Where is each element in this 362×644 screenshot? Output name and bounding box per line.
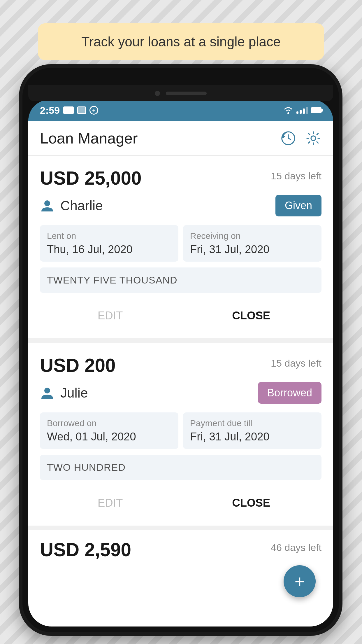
svg-point-4 bbox=[311, 136, 316, 141]
tooltip-banner: Track your loans at a single place bbox=[38, 23, 324, 60]
given-badge[interactable]: Given bbox=[275, 195, 321, 216]
battery-icon bbox=[311, 107, 321, 113]
close-button[interactable]: CLOSE bbox=[181, 486, 322, 520]
date-box-payment: Payment due till Fri, 31 Jul, 2020 bbox=[183, 412, 321, 449]
days-left: 15 days left bbox=[271, 170, 321, 182]
date-label: Borrowed on bbox=[47, 418, 171, 428]
person-info: Julie bbox=[40, 385, 88, 401]
svg-point-2 bbox=[287, 112, 289, 114]
loans-container: USD 25,000 15 days left Charlie bbox=[28, 156, 333, 626]
loan-description: TWENTY FIVE THOUSAND bbox=[40, 267, 321, 293]
date-box-borrowed: Borrowed on Wed, 01 Jul, 2020 bbox=[40, 412, 178, 449]
loan-description: TWO HUNDRED bbox=[40, 455, 321, 480]
svg-point-5 bbox=[44, 200, 50, 206]
person-name: Julie bbox=[60, 385, 88, 401]
signal-icon bbox=[296, 107, 308, 114]
date-value: Wed, 01 Jul, 2020 bbox=[47, 430, 171, 443]
status-left: 2:59 bbox=[40, 105, 98, 116]
close-button[interactable]: CLOSE bbox=[181, 299, 322, 332]
app-title: Loan Manager bbox=[40, 130, 280, 147]
header-icons bbox=[280, 130, 321, 146]
days-left: 15 days left bbox=[271, 358, 321, 369]
date-value: Fri, 31 Jul, 2020 bbox=[190, 243, 314, 256]
date-value: Fri, 31 Jul, 2020 bbox=[190, 430, 314, 443]
loan-person-row: Charlie Given bbox=[40, 195, 321, 216]
partial-card: USD 2,590 46 days left bbox=[28, 530, 333, 561]
loan-top-row: USD 200 15 days left bbox=[40, 355, 321, 376]
fab-label: + bbox=[294, 571, 305, 592]
speaker-bar bbox=[166, 92, 207, 95]
status-right bbox=[283, 106, 321, 114]
person-avatar bbox=[40, 386, 55, 400]
loan-actions: EDIT CLOSE bbox=[40, 486, 321, 520]
sim-icon bbox=[77, 106, 86, 114]
partial-loan-amount: USD 2,590 bbox=[40, 539, 131, 561]
loan-actions: EDIT CLOSE bbox=[40, 299, 321, 332]
fab-add-button[interactable]: + bbox=[284, 565, 316, 597]
loan-top-row: USD 25,000 15 days left bbox=[40, 167, 321, 189]
date-label: Receiving on bbox=[190, 231, 314, 241]
phone-frame: 2:59 bbox=[19, 64, 342, 636]
svg-point-6 bbox=[44, 388, 50, 393]
loan-person-row: Julie Borrowed bbox=[40, 382, 321, 404]
partial-loan-top: USD 2,590 46 days left bbox=[40, 539, 321, 561]
edit-button[interactable]: EDIT bbox=[40, 299, 181, 332]
camera-dot bbox=[155, 91, 160, 96]
phone-inner: 2:59 bbox=[22, 68, 339, 632]
person-name: Charlie bbox=[60, 198, 103, 214]
date-label: Lent on bbox=[47, 231, 171, 241]
history-icon[interactable] bbox=[280, 130, 296, 146]
loan-amount: USD 25,000 bbox=[40, 167, 142, 189]
app-content: Loan Manager bbox=[28, 121, 333, 626]
borrowed-badge[interactable]: Borrowed bbox=[258, 382, 321, 404]
loan-dates-row: Lent on Thu, 16 Jul, 2020 Receiving on F… bbox=[40, 225, 321, 262]
person-avatar bbox=[40, 198, 55, 213]
status-bar: 2:59 bbox=[28, 100, 333, 121]
circle-icon bbox=[89, 106, 98, 115]
loan-dates-row: Borrowed on Wed, 01 Jul, 2020 Payment du… bbox=[40, 412, 321, 449]
date-box-receiving: Receiving on Fri, 31 Jul, 2020 bbox=[183, 225, 321, 262]
tooltip-text: Track your loans at a single place bbox=[81, 34, 281, 49]
settings-icon[interactable] bbox=[305, 130, 321, 146]
loan-amount: USD 200 bbox=[40, 355, 116, 376]
notification-icon bbox=[63, 106, 74, 114]
date-value: Thu, 16 Jul, 2020 bbox=[47, 243, 171, 256]
camera-notch bbox=[28, 85, 333, 101]
wifi-icon bbox=[283, 106, 294, 114]
app-header: Loan Manager bbox=[28, 121, 333, 156]
status-time: 2:59 bbox=[40, 105, 60, 116]
partial-days-left: 46 days left bbox=[271, 542, 321, 553]
date-label: Payment due till bbox=[190, 418, 314, 428]
person-info: Charlie bbox=[40, 198, 103, 214]
loan-card: USD 200 15 days left Julie bbox=[28, 343, 333, 530]
loan-card: USD 25,000 15 days left Charlie bbox=[28, 156, 333, 343]
edit-button[interactable]: EDIT bbox=[40, 486, 181, 520]
date-box-lent: Lent on Thu, 16 Jul, 2020 bbox=[40, 225, 178, 262]
